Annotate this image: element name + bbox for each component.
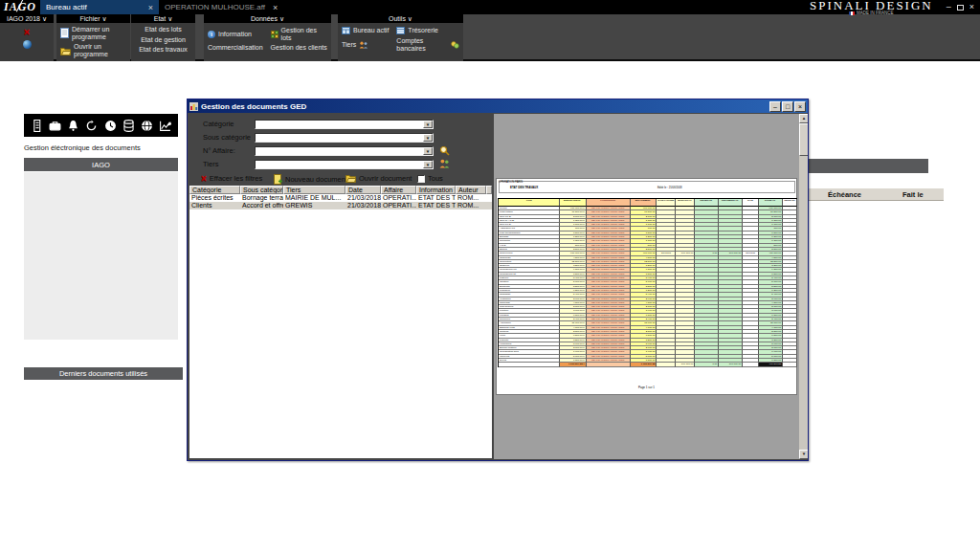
- document-header-box: [499, 181, 795, 193]
- ribbon-group-title[interactable]: Fichier ∨: [56, 14, 130, 23]
- preview-scrollbar[interactable]: ▲ ▼: [799, 114, 808, 459]
- globe-sphere-icon[interactable]: [23, 40, 32, 49]
- chevron-down-icon[interactable]: ▼: [423, 134, 433, 142]
- field-label-categorie: Catégorie: [203, 120, 234, 129]
- tiers-people-icon[interactable]: [439, 159, 450, 168]
- preview-column-header: DATE FACTURE: [657, 199, 676, 207]
- search-icon[interactable]: [439, 145, 450, 156]
- sidebar-document-panel[interactable]: [24, 172, 178, 340]
- menu-item-demarrer-programme[interactable]: Démarrer un programme: [56, 23, 130, 40]
- column-header-fait-le[interactable]: Fait le: [902, 190, 924, 199]
- globe-icon[interactable]: [141, 120, 153, 132]
- categorie-select[interactable]: ▼: [255, 120, 434, 129]
- chart-edit-icon[interactable]: [159, 120, 171, 132]
- preview-column-header: RESTE DU: [783, 199, 797, 207]
- column-header[interactable]: Tiers: [283, 186, 345, 194]
- ged-document-table: CatégorieSous catégorieTiersDateAffaireI…: [189, 186, 492, 458]
- table-cell: 21/03/2018: [345, 194, 381, 202]
- menu-item-bureau-actif[interactable]: Bureau actif: [342, 27, 389, 34]
- chevron-down-icon[interactable]: ▼: [423, 147, 433, 155]
- ribbon-group-title[interactable]: Outils ∨: [338, 14, 463, 23]
- ribbon-group-title[interactable]: Données ∨: [204, 14, 331, 23]
- column-header[interactable]: Affaire: [381, 186, 416, 194]
- close-icon[interactable]: ×: [141, 3, 153, 12]
- button-label: Ouvrir document: [359, 174, 412, 183]
- minimize-icon[interactable]: –: [769, 101, 781, 112]
- ged-title-bar[interactable]: Gestion des documents GED – □ ×: [188, 99, 808, 113]
- table-row[interactable]: Pièces écritesBornage terrainMAIRIE DE M…: [189, 194, 492, 202]
- preview-document-page[interactable]: OPERATION PARIS ETAT DES TRAVAUX Edité l…: [496, 178, 797, 395]
- briefcase-icon[interactable]: [49, 120, 61, 132]
- scrollbar-thumb[interactable]: [799, 123, 808, 156]
- clock-icon[interactable]: [104, 120, 117, 132]
- column-header[interactable]: Date: [345, 186, 381, 194]
- ribbon-group-title[interactable]: Etat ∨: [131, 14, 195, 23]
- new-page-icon: [60, 28, 69, 38]
- window-app-icon: [189, 102, 198, 111]
- column-header[interactable]: Information: [416, 186, 456, 194]
- restore-icon[interactable]: [957, 5, 964, 11]
- sous-categorie-select[interactable]: ▼: [255, 133, 434, 143]
- affaire-select[interactable]: ▼: [255, 146, 434, 156]
- checkbox-icon[interactable]: [417, 175, 425, 183]
- open-document-button[interactable]: Ouvrir document: [345, 174, 412, 183]
- document-icon[interactable]: [31, 120, 43, 132]
- menu-item-ouvrir-programme[interactable]: Ouvrir un programme: [56, 40, 130, 57]
- menu-item-label: Etat des lots: [145, 26, 182, 33]
- menu-item-etat-des-travaux[interactable]: Etat des travaux: [131, 43, 195, 54]
- menu-item-label: Gestion des lots: [281, 27, 327, 41]
- delete-icon[interactable]: ×: [24, 28, 30, 36]
- brand-name: SPINALI DESIGN: [810, 0, 933, 11]
- menu-item-tiers[interactable]: Tiers: [342, 37, 389, 52]
- menu-item-comptes-bancaires[interactable]: Comptes bancaires: [396, 37, 459, 52]
- menu-item-tresorerie[interactable]: Trésorerie: [396, 27, 459, 34]
- menu-item-commercialisation[interactable]: Commercialisation: [208, 44, 263, 52]
- page-footer: Page 1 sur 1: [638, 386, 655, 389]
- menu-item-information[interactable]: i Information: [208, 27, 263, 41]
- table-cell: ETAT DES T...: [416, 202, 456, 209]
- preview-column-header: MONTANT HT: [676, 199, 695, 207]
- menu-item-label: Démarrer un programme: [72, 26, 123, 40]
- tiers-select[interactable]: ▼: [255, 160, 434, 169]
- clear-filters-icon: ×: [201, 174, 207, 183]
- scroll-up-icon[interactable]: ▲: [799, 114, 808, 123]
- column-header[interactable]: Catégorie: [189, 186, 240, 194]
- menu-item-label: Commercialisation: [208, 44, 263, 52]
- bell-icon[interactable]: [67, 120, 79, 132]
- column-header-echeance[interactable]: Échéance: [828, 190, 861, 199]
- refresh-icon[interactable]: [85, 120, 98, 132]
- tab-operation-mulhouse[interactable]: OPERATION MULHOUSE.aff ×: [159, 0, 283, 14]
- maximize-icon[interactable]: □: [782, 101, 793, 112]
- preview-column-header: SOLDE HT: [759, 199, 783, 207]
- tab-bureau-actif[interactable]: Bureau actif ×: [40, 0, 159, 14]
- menu-item-gestion-des-lots[interactable]: Gestion des lots: [271, 27, 327, 41]
- close-icon[interactable]: ×: [794, 101, 806, 112]
- sidebar-header-recent[interactable]: Derniers documents utilisés: [24, 367, 183, 380]
- menu-item-etat-des-lots[interactable]: Etat des lots: [131, 23, 195, 33]
- table-cell: OPERATI...: [381, 194, 416, 202]
- chevron-down-icon[interactable]: ▼: [423, 161, 433, 168]
- database-icon[interactable]: [122, 120, 135, 132]
- window-title: Gestion des documents GED: [201, 102, 306, 111]
- preview-column-header: REGLEMENT HT: [719, 199, 743, 207]
- minimize-icon[interactable]: –: [947, 3, 951, 11]
- button-label: Nouveau document: [285, 175, 347, 184]
- ribbon: IAGO 2018 ∨ × Fichier ∨ Démarrer un prog…: [0, 14, 980, 61]
- close-icon[interactable]: ×: [265, 3, 278, 12]
- menu-item-etat-de-gestion[interactable]: Etat de gestion: [131, 33, 195, 44]
- scroll-down-icon[interactable]: ▼: [799, 450, 808, 459]
- column-header[interactable]: Sous catégorie: [240, 186, 283, 194]
- clear-filters-button[interactable]: × Effacer les filtres: [201, 174, 262, 183]
- column-header[interactable]: Auteur: [456, 186, 486, 194]
- ribbon-group-title[interactable]: IAGO 2018 ∨: [0, 14, 54, 23]
- section-label-ged: Gestion éléctronique des documents: [24, 143, 141, 152]
- menu-item-gestion-des-clients[interactable]: Gestion des clients: [271, 44, 327, 52]
- sidebar-header-iago[interactable]: IAGO: [24, 158, 178, 171]
- table-row[interactable]: ClientsAccord et offre ...GREWIS21/03/20…: [189, 202, 492, 209]
- close-icon[interactable]: ×: [969, 3, 974, 11]
- tous-checkbox[interactable]: Tous: [417, 174, 443, 183]
- select-value: [256, 161, 423, 168]
- new-document-button[interactable]: Nouveau document: [274, 174, 347, 185]
- ged-table-body: Pièces écritesBornage terrainMAIRIE DE M…: [189, 194, 492, 209]
- chevron-down-icon[interactable]: ▼: [423, 121, 433, 128]
